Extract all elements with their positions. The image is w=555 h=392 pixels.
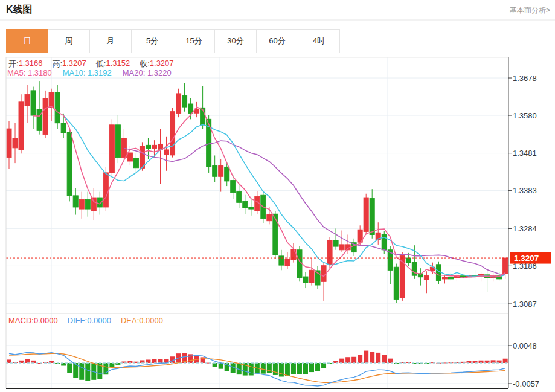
period-tab-bar: 日周月5分15分30分60分4时 xyxy=(6,29,340,53)
macd-value: 0.0000 xyxy=(34,316,58,325)
y-axis-tick-label: 1.3087 xyxy=(513,300,537,309)
current-price-badge: 1.3207 xyxy=(510,252,551,264)
macd-label: MACD: xyxy=(8,316,34,325)
borders xyxy=(6,57,508,388)
ma20-value: 1.3220 xyxy=(147,68,172,77)
page-title: K线图 xyxy=(6,4,33,16)
gridlines xyxy=(6,57,508,388)
y-axis-tick-label: 1.3284 xyxy=(513,224,537,233)
y-axis-tick-label: 1.3580 xyxy=(513,111,537,120)
y-axis-tick-label: 1.3678 xyxy=(513,74,537,83)
diff-label: DIFF: xyxy=(68,316,88,325)
y-axis: 1.36781.35801.34811.33831.32841.31861.30… xyxy=(508,74,539,388)
ma10-line xyxy=(63,115,505,277)
tab-m30[interactable]: 30分 xyxy=(214,29,257,53)
y-axis-tick-label: 1.3481 xyxy=(513,149,537,158)
fundamental-analysis-link[interactable]: 基本面分析> xyxy=(510,5,550,16)
tab-h4[interactable]: 4时 xyxy=(298,29,340,53)
macd-info-row: MACD:0.0000 DIFF:0.0000 DEA:0.0000 xyxy=(8,316,173,325)
tab-week[interactable]: 周 xyxy=(48,29,90,53)
ma10-label: MA10: xyxy=(63,68,86,77)
tab-month[interactable]: 月 xyxy=(89,29,132,53)
ma5-label: MA5: xyxy=(7,68,25,77)
ma20-line xyxy=(124,141,505,274)
ma20-label: MA20: xyxy=(123,68,146,77)
macd-axis-tick-label: -0.0057 xyxy=(513,379,539,388)
dea-value: 0.0000 xyxy=(139,316,163,325)
y-axis-tick-label: 1.3383 xyxy=(513,186,537,195)
tab-m15[interactable]: 15分 xyxy=(173,29,215,53)
tab-m60[interactable]: 60分 xyxy=(256,29,298,53)
ma-info-row: MA5: 1.3180 MA10: 1.3192 MA20: 1.3220 xyxy=(7,68,182,77)
tab-day[interactable]: 日 xyxy=(6,29,48,53)
diff-value: 0.0000 xyxy=(87,316,111,325)
current-price-value: 1.3207 xyxy=(514,254,539,263)
tab-m5[interactable]: 5分 xyxy=(131,29,173,53)
ma5-value: 1.3180 xyxy=(28,68,52,77)
macd-axis-tick-label: 0.0048 xyxy=(513,341,537,350)
candlesticks xyxy=(7,81,508,303)
macd-histogram xyxy=(7,351,508,381)
ma10-value: 1.3192 xyxy=(88,68,112,77)
dea-label: DEA: xyxy=(121,316,139,325)
